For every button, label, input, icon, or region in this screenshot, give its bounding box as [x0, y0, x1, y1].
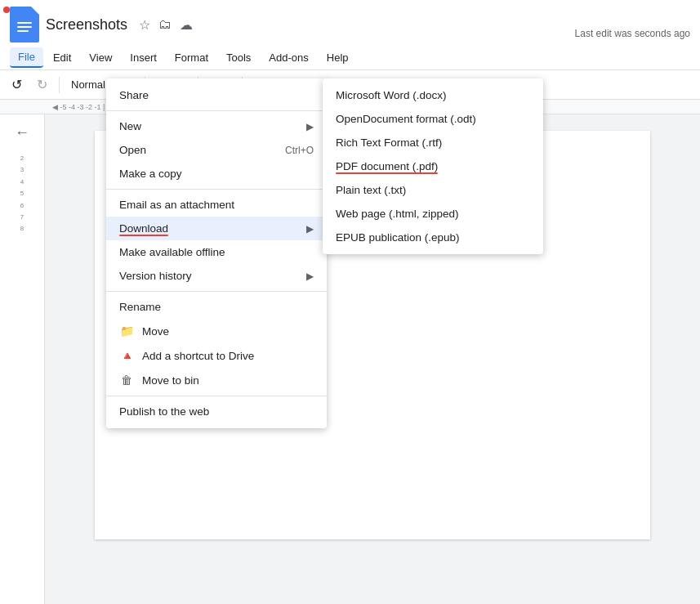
- ruler-tick: 3: [20, 164, 24, 176]
- version-arrow: ▶: [306, 271, 314, 282]
- doc-icon: [10, 7, 39, 43]
- menu-item-view[interactable]: View: [81, 48, 120, 67]
- download-pdf[interactable]: PDF document (.pdf): [323, 154, 543, 178]
- file-menu-open[interactable]: Open Ctrl+O: [106, 138, 327, 162]
- download-docx[interactable]: Microsoft Word (.docx): [323, 83, 543, 107]
- red-dot: [3, 7, 10, 13]
- last-edit-text: Last edit was seconds ago: [575, 28, 690, 43]
- new-arrow: ▶: [306, 121, 314, 132]
- top-bar: Screenshots ☆ 🗂 ☁ Last edit was seconds …: [0, 0, 700, 70]
- move-label: Move: [142, 325, 169, 338]
- title-icons: ☆ 🗂 ☁: [139, 17, 193, 33]
- file-menu-publish[interactable]: Publish to the web: [106, 400, 327, 423]
- doc-icon-line: [17, 22, 32, 24]
- rtf-label: Rich Text Format (.rtf): [336, 136, 442, 149]
- ruler-tick: 5: [20, 188, 24, 199]
- file-menu-copy[interactable]: Make a copy: [106, 162, 327, 186]
- ruler-tick: 2: [20, 153, 24, 164]
- ruler-tick: 4: [20, 177, 24, 188]
- email-label: Email as an attachment: [119, 199, 234, 211]
- file-menu-email[interactable]: Email as an attachment: [106, 193, 327, 217]
- pdf-label: PDF document (.pdf): [336, 160, 438, 172]
- file-menu-download[interactable]: Download ▶: [106, 217, 327, 240]
- share-label: Share: [119, 89, 149, 101]
- file-menu-shortcut[interactable]: 🔺 Add a shortcut to Drive: [106, 343, 327, 368]
- file-menu-rename[interactable]: Rename: [106, 295, 327, 319]
- sidebar-back-button[interactable]: ←: [11, 121, 33, 145]
- undo-button[interactable]: ↺: [7, 74, 27, 96]
- menu-item-file[interactable]: File: [10, 47, 43, 68]
- file-menu-offline[interactable]: Make available offline: [106, 240, 327, 264]
- title-row: Screenshots ☆ 🗂 ☁ Last edit was seconds …: [10, 7, 690, 43]
- download-odt[interactable]: OpenDocument format (.odt): [323, 107, 543, 131]
- ruler-tick: 8: [20, 223, 24, 235]
- separator3: [106, 291, 327, 292]
- doc-icon-lines: [17, 22, 32, 32]
- menu-item-help[interactable]: Help: [319, 48, 357, 67]
- toolbar-divider: [59, 77, 60, 93]
- shortcut-label: Add a shortcut to Drive: [142, 350, 254, 362]
- ruler-tick: 7: [20, 212, 24, 223]
- menu-item-format[interactable]: Format: [167, 48, 216, 67]
- html-label: Web page (.html, zipped): [336, 208, 459, 220]
- publish-label: Publish to the web: [119, 405, 209, 418]
- download-arrow: ▶: [306, 223, 314, 235]
- docx-label: Microsoft Word (.docx): [336, 89, 447, 101]
- ruler-tick: 6: [20, 200, 24, 212]
- open-label: Open: [119, 144, 146, 156]
- rename-label: Rename: [119, 301, 161, 313]
- file-menu-share[interactable]: Share: [106, 83, 327, 107]
- odt-label: OpenDocument format (.odt): [336, 113, 476, 125]
- file-menu-version[interactable]: Version history ▶: [106, 264, 327, 288]
- doc-title: Screenshots: [46, 16, 127, 34]
- shortcut-icon: 🔺: [119, 349, 134, 362]
- redo-button[interactable]: ↻: [32, 74, 52, 96]
- menu-item-insert[interactable]: Insert: [122, 48, 165, 67]
- folder-icon[interactable]: 🗂: [158, 17, 172, 32]
- menu-item-edit[interactable]: Edit: [45, 48, 79, 67]
- file-menu-move[interactable]: 📁 Move: [106, 319, 327, 343]
- epub-label: EPUB publication (.epub): [336, 231, 460, 244]
- file-dropdown: Share New ▶ Open Ctrl+O Make a copy Emai…: [106, 78, 327, 428]
- download-epub[interactable]: EPUB publication (.epub): [323, 226, 543, 249]
- separator4: [106, 396, 327, 396]
- separator2: [106, 189, 327, 190]
- menu-bar: File Edit View Insert Format Tools Add-o…: [10, 46, 690, 69]
- sidebar: ← 2 3 4 5 6 7 8: [0, 114, 45, 604]
- bin-label: Move to bin: [142, 374, 199, 387]
- doc-icon-line: [17, 26, 32, 28]
- download-submenu: Microsoft Word (.docx) OpenDocument form…: [323, 78, 543, 254]
- download-label: Download: [119, 222, 168, 235]
- txt-label: Plain text (.txt): [336, 184, 406, 196]
- file-menu-new[interactable]: New ▶: [106, 114, 327, 138]
- bin-icon: 🗑: [119, 374, 134, 387]
- download-txt[interactable]: Plain text (.txt): [323, 178, 543, 202]
- separator: [106, 110, 327, 111]
- cloud-icon[interactable]: ☁: [180, 17, 193, 33]
- menu-item-tools[interactable]: Tools: [218, 48, 259, 67]
- menu-item-addons[interactable]: Add-ons: [261, 48, 316, 67]
- doc-icon-line: [17, 30, 29, 32]
- new-label: New: [119, 120, 141, 132]
- move-icon: 📁: [119, 324, 134, 338]
- ruler-vertical: 2 3 4 5 6 7 8: [20, 153, 24, 235]
- download-rtf[interactable]: Rich Text Format (.rtf): [323, 131, 543, 154]
- download-html[interactable]: Web page (.html, zipped): [323, 202, 543, 226]
- file-menu-bin[interactable]: 🗑 Move to bin: [106, 368, 327, 392]
- open-shortcut: Ctrl+O: [285, 145, 314, 156]
- copy-label: Make a copy: [119, 168, 182, 180]
- version-label: Version history: [119, 270, 192, 282]
- star-icon[interactable]: ☆: [139, 17, 150, 33]
- offline-label: Make available offline: [119, 246, 225, 258]
